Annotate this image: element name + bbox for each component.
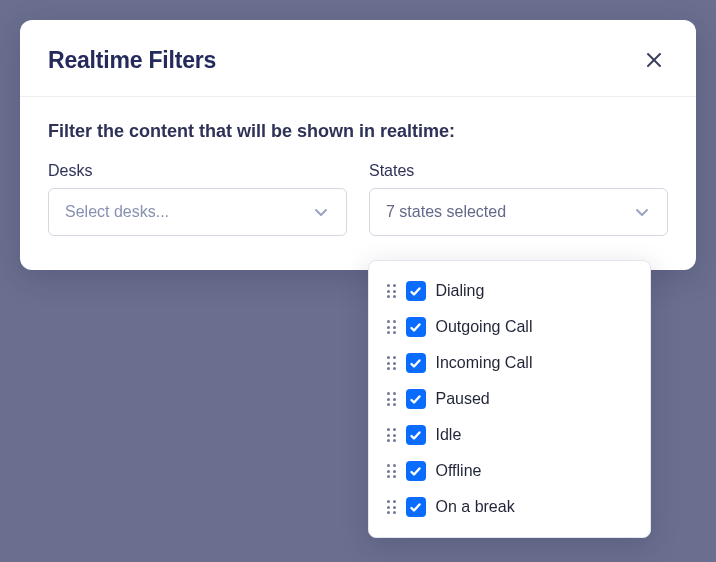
desks-label: Desks: [48, 162, 347, 180]
states-option[interactable]: Outgoing Call: [369, 309, 650, 345]
check-icon: [409, 285, 422, 298]
modal-header: Realtime Filters: [20, 20, 696, 97]
option-label: Offline: [436, 462, 482, 480]
checkbox[interactable]: [406, 317, 426, 337]
chevron-down-icon: [312, 203, 330, 221]
realtime-filters-modal: Realtime Filters Filter the content that…: [20, 20, 696, 270]
check-icon: [409, 465, 422, 478]
option-label: Paused: [436, 390, 490, 408]
option-label: Outgoing Call: [436, 318, 533, 336]
chevron-down-icon: [633, 203, 651, 221]
drag-handle-icon[interactable]: [387, 392, 396, 406]
drag-handle-icon[interactable]: [387, 356, 396, 370]
modal-title: Realtime Filters: [48, 47, 216, 74]
checkbox[interactable]: [406, 353, 426, 373]
checkbox[interactable]: [406, 425, 426, 445]
check-icon: [409, 501, 422, 514]
drag-handle-icon[interactable]: [387, 500, 396, 514]
close-icon: [645, 51, 663, 69]
option-label: Idle: [436, 426, 462, 444]
filters-row: Desks Select desks... States 7 states se…: [48, 162, 668, 236]
states-option[interactable]: Incoming Call: [369, 345, 650, 381]
drag-handle-icon[interactable]: [387, 464, 396, 478]
drag-handle-icon[interactable]: [387, 284, 396, 298]
states-label: States: [369, 162, 668, 180]
checkbox[interactable]: [406, 497, 426, 517]
option-label: Dialing: [436, 282, 485, 300]
check-icon: [409, 429, 422, 442]
check-icon: [409, 321, 422, 334]
states-selected-text: 7 states selected: [386, 203, 506, 221]
checkbox[interactable]: [406, 389, 426, 409]
close-button[interactable]: [640, 46, 668, 74]
states-option[interactable]: Dialing: [369, 273, 650, 309]
states-option[interactable]: Paused: [369, 381, 650, 417]
checkbox[interactable]: [406, 281, 426, 301]
states-dropdown: DialingOutgoing CallIncoming CallPausedI…: [368, 260, 651, 538]
states-option[interactable]: Idle: [369, 417, 650, 453]
filter-desks: Desks Select desks...: [48, 162, 347, 236]
desks-placeholder: Select desks...: [65, 203, 169, 221]
check-icon: [409, 357, 422, 370]
instruction-text: Filter the content that will be shown in…: [48, 121, 668, 142]
states-option[interactable]: Offline: [369, 453, 650, 489]
drag-handle-icon[interactable]: [387, 320, 396, 334]
modal-body: Filter the content that will be shown in…: [20, 97, 696, 270]
drag-handle-icon[interactable]: [387, 428, 396, 442]
states-select[interactable]: 7 states selected: [369, 188, 668, 236]
option-label: Incoming Call: [436, 354, 533, 372]
check-icon: [409, 393, 422, 406]
states-option[interactable]: On a break: [369, 489, 650, 525]
option-label: On a break: [436, 498, 515, 516]
desks-select[interactable]: Select desks...: [48, 188, 347, 236]
filter-states: States 7 states selected: [369, 162, 668, 236]
checkbox[interactable]: [406, 461, 426, 481]
